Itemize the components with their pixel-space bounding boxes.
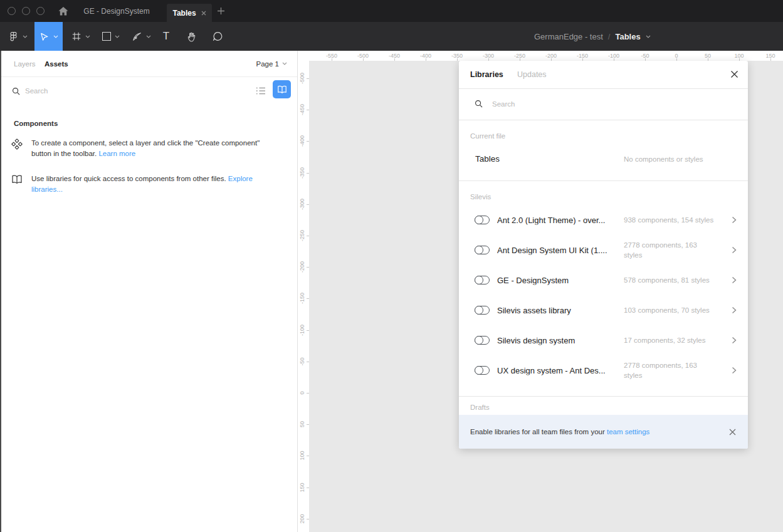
- assets-search-row: [0, 76, 297, 106]
- toggle-off-icon[interactable]: [475, 246, 490, 254]
- ruler-y-label: 100: [299, 451, 305, 461]
- text-icon: T: [163, 30, 169, 43]
- library-view-button[interactable]: [273, 80, 291, 98]
- current-file-name: Tables: [475, 154, 500, 164]
- modal-search-input[interactable]: [492, 98, 693, 110]
- toggle-knob: [475, 366, 483, 375]
- list-view-icon[interactable]: [256, 86, 266, 95]
- chevron-right-icon: [732, 336, 737, 344]
- learn-more-link[interactable]: Learn more: [98, 150, 135, 157]
- open-book-icon: [277, 85, 287, 94]
- cursor-icon: [39, 31, 50, 42]
- library-chevron[interactable]: [732, 367, 737, 374]
- frame-tool-button[interactable]: [69, 22, 93, 51]
- figma-logo-icon: [8, 31, 19, 42]
- banner-text: Enable libraries for all team files from…: [470, 428, 649, 436]
- move-tool-button[interactable]: [34, 22, 63, 51]
- tab-updates[interactable]: Updates: [517, 61, 547, 88]
- library-count: 578 components, 81 styles: [624, 275, 717, 285]
- panel-tabs: Layers Assets Page 1: [0, 51, 297, 77]
- close-window-icon[interactable]: [8, 7, 16, 15]
- zoom-window-icon[interactable]: [36, 7, 45, 15]
- library-chevron[interactable]: [732, 306, 737, 314]
- chevron-down-icon: [282, 62, 287, 65]
- ruler-tick: [307, 204, 309, 205]
- close-modal-icon[interactable]: [730, 70, 738, 78]
- chevron-down-icon: [53, 35, 58, 38]
- search-icon: [12, 87, 20, 95]
- library-chevron[interactable]: [732, 276, 737, 284]
- library-name: GE - DesignSystem: [497, 276, 569, 285]
- create-component-tip: To create a component, select a layer an…: [11, 138, 281, 159]
- home-icon[interactable]: [58, 6, 69, 17]
- breadcrumb: GermanEdge - test / Tables: [534, 22, 651, 51]
- tab-layers[interactable]: Layers: [14, 51, 36, 76]
- main-menu-button[interactable]: [5, 22, 30, 51]
- ruler-y-label: -250: [299, 230, 305, 241]
- pen-tool-button[interactable]: [129, 22, 153, 51]
- hand-tool-button[interactable]: [183, 22, 199, 51]
- library-row[interactable]: UX design system - Ant Des...2778 compon…: [459, 355, 748, 385]
- page-selector[interactable]: Page 1: [256, 51, 287, 76]
- current-file-section: Current file Tables No components or sty…: [459, 120, 748, 181]
- tab-label: Layers: [14, 60, 36, 68]
- text-tool-button[interactable]: T: [158, 22, 174, 51]
- close-tab-icon[interactable]: [201, 11, 206, 16]
- library-chevron[interactable]: [732, 246, 737, 254]
- library-count: 17 components, 32 styles: [624, 335, 717, 345]
- chevron-right-icon: [732, 306, 737, 314]
- ruler-y-label: -450: [299, 104, 305, 115]
- ruler-tick: [307, 298, 309, 299]
- toggle-off-icon[interactable]: [475, 336, 490, 345]
- library-count: 938 components, 154 styles: [624, 215, 717, 225]
- breadcrumb-file[interactable]: Tables: [615, 32, 640, 41]
- ruler-y-label: -500: [299, 73, 305, 84]
- search-input[interactable]: [25, 85, 213, 97]
- toggle-off-icon[interactable]: [475, 276, 490, 284]
- library-count: 2778 components, 163 styles: [624, 360, 717, 380]
- ruler-tick: [307, 110, 309, 110]
- toggle-knob: [475, 276, 483, 284]
- minimize-window-icon[interactable]: [22, 7, 30, 15]
- library-row[interactable]: GE - DesignSystem578 components, 81 styl…: [459, 265, 748, 295]
- current-file-status: No components or styles: [624, 155, 703, 163]
- tab-label: Libraries: [470, 70, 503, 79]
- modal-header: Libraries Updates: [459, 61, 748, 89]
- pen-icon: [132, 31, 142, 42]
- library-row[interactable]: Silevis design system17 components, 32 s…: [459, 325, 748, 355]
- comment-tool-button[interactable]: [209, 22, 226, 51]
- frame-icon: [71, 31, 81, 41]
- toggle-off-icon[interactable]: [475, 306, 490, 315]
- team-settings-link[interactable]: team settings: [607, 428, 649, 436]
- ruler-tick: [307, 236, 309, 236]
- ruler-tick: [426, 58, 426, 61]
- library-row[interactable]: Ant Design System UI Kit (1....2778 comp…: [459, 235, 748, 265]
- breadcrumb-project[interactable]: GermanEdge - test: [534, 32, 603, 41]
- chevron-right-icon: [732, 367, 737, 374]
- tab-ge-designsystem[interactable]: GE - DesignSystem: [76, 0, 157, 22]
- ruler-tick: [307, 141, 309, 142]
- ruler-y-label: -100: [299, 325, 305, 336]
- toggle-off-icon[interactable]: [475, 216, 490, 224]
- library-row[interactable]: Silevis assets library103 components, 70…: [459, 295, 748, 325]
- ruler-tick: [770, 58, 771, 61]
- drafts-section-label: Drafts: [470, 404, 490, 411]
- tip-text: Use libraries for quick access to compon…: [31, 174, 281, 194]
- ruler-tick: [307, 78, 309, 79]
- shape-tool-button[interactable]: [99, 22, 123, 51]
- ruler-tick: [307, 424, 309, 425]
- chevron-down-icon[interactable]: [646, 35, 651, 38]
- library-chevron[interactable]: [732, 216, 737, 224]
- current-file-row[interactable]: Tables No components or styles: [459, 147, 748, 173]
- library-row[interactable]: Ant 2.0 (Light Theme) - over...938 compo…: [459, 205, 748, 235]
- open-book-icon: [11, 174, 23, 194]
- tab-assets[interactable]: Assets: [45, 51, 68, 76]
- chevron-down-icon: [146, 35, 151, 38]
- new-tab-icon[interactable]: [217, 7, 225, 15]
- close-banner-icon[interactable]: [729, 429, 736, 436]
- tab-libraries[interactable]: Libraries: [470, 61, 503, 88]
- library-chevron[interactable]: [732, 336, 737, 344]
- toggle-off-icon[interactable]: [475, 366, 490, 375]
- tab-tables[interactable]: Tables: [167, 4, 212, 22]
- tip-body: Use libraries for quick access to compon…: [31, 175, 228, 182]
